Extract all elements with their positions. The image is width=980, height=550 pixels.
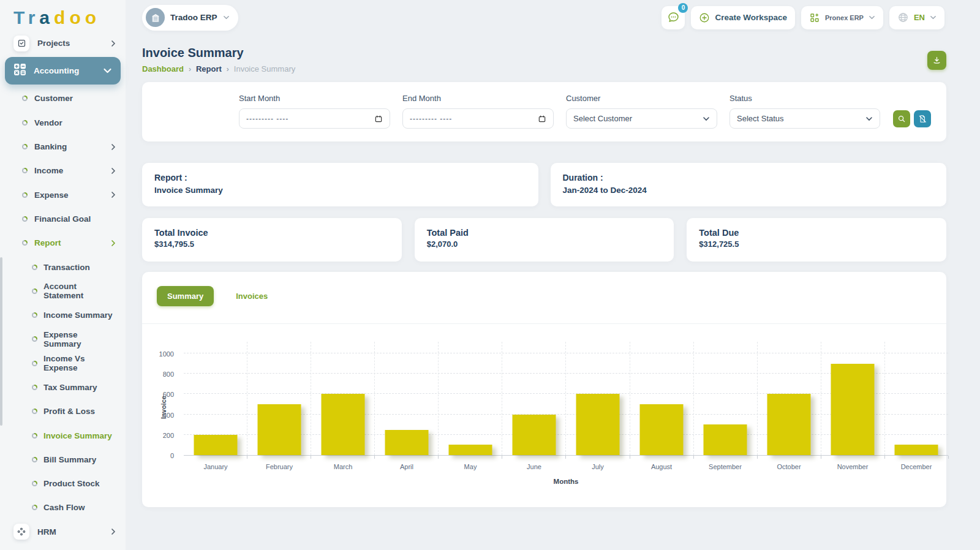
search-button[interactable]: [893, 110, 910, 127]
report-card: Report : Invoice Summary: [142, 163, 538, 206]
bullet-icon: [32, 336, 37, 342]
sidebar-item-report[interactable]: Report: [0, 231, 126, 255]
y-tick-label: 800: [163, 371, 174, 378]
building-icon: [150, 12, 161, 23]
chevron-down-icon: [103, 66, 112, 75]
language-selector[interactable]: EN: [889, 6, 944, 29]
bar-march[interactable]: [321, 394, 364, 455]
invoice-bar-chart: [184, 342, 948, 456]
workspace-label: Tradoo ERP: [170, 13, 217, 22]
calendar-icon: [374, 115, 383, 123]
sidebar-item-projects[interactable]: Projects: [0, 31, 126, 55]
chat-badge: 0: [678, 3, 688, 13]
sidebar-item-account-statement[interactable]: Account Statement: [0, 279, 126, 303]
total-due-card: Total Due $312,725.5: [687, 218, 946, 262]
sidebar-item-income-vs-expense[interactable]: Income Vs Expense: [0, 352, 126, 375]
sidebar-item-accounting[interactable]: Accounting: [5, 57, 121, 85]
bullet-icon: [32, 433, 37, 439]
status-label: Status: [729, 94, 880, 103]
bar-may[interactable]: [448, 445, 492, 455]
invoice-chart-card: Summary Invoices Invoice 020040060080010…: [142, 272, 946, 507]
sidebar-item-tax-summary[interactable]: Tax Summary: [0, 375, 126, 399]
status-field: Status Select Status: [729, 94, 880, 141]
breadcrumb-separator: ›: [227, 65, 229, 73]
sidebar-item-product-stock[interactable]: Product Stock: [0, 472, 126, 495]
customer-select[interactable]: Select Customer: [566, 108, 717, 129]
bullet-icon: [32, 505, 37, 510]
sidebar-item-income-summary[interactable]: Income Summary: [0, 303, 126, 327]
chevron-down-icon: [865, 115, 873, 122]
bar-august[interactable]: [640, 404, 684, 455]
erp-selector[interactable]: Pronex ERP: [801, 6, 883, 29]
customer-field: Customer Select Customer: [566, 94, 717, 141]
tab-summary[interactable]: Summary: [157, 286, 214, 306]
download-button[interactable]: [927, 51, 946, 70]
divider: [142, 323, 946, 324]
start-month-input[interactable]: --------- ----: [239, 108, 390, 129]
sidebar-item-expense[interactable]: Expense: [0, 183, 126, 206]
breadcrumb-report[interactable]: Report: [196, 64, 222, 73]
search-icon: [897, 115, 906, 123]
tab-invoices[interactable]: Invoices: [225, 286, 278, 306]
apps-grid-icon: [809, 12, 820, 23]
sidebar-item-income[interactable]: Income: [0, 159, 126, 183]
chart-slot-june: [502, 342, 566, 455]
sidebar-item-bill-summary[interactable]: Bill Summary: [0, 448, 126, 472]
bar-april[interactable]: [385, 430, 428, 456]
brand-letter: T: [13, 7, 28, 28]
bar-february[interactable]: [257, 404, 301, 455]
chevron-right-icon: [110, 143, 117, 151]
x-tick-label: December: [884, 463, 948, 470]
y-tick-label: 400: [163, 412, 174, 419]
bullet-icon: [22, 168, 28, 173]
create-workspace-button[interactable]: Create Workspace: [691, 6, 795, 29]
sidebar-item-invoice-summary[interactable]: Invoice Summary: [0, 423, 126, 447]
sidebar-item-hrm[interactable]: HRM: [0, 520, 126, 544]
bullet-icon: [32, 385, 37, 390]
bullet-icon: [22, 216, 28, 222]
filter-panel: Start Month --------- ---- End Month ---…: [142, 82, 946, 141]
workspace-switcher[interactable]: Tradoo ERP: [142, 5, 238, 31]
clear-filter-button[interactable]: [914, 110, 931, 127]
sidebar-scrollbar[interactable]: [0, 257, 2, 426]
x-tick-label: July: [566, 463, 630, 470]
sidebar-item-vendor[interactable]: Vendor: [0, 111, 126, 135]
bar-december[interactable]: [895, 445, 938, 455]
bullet-icon: [22, 240, 28, 246]
bullet-icon: [32, 481, 37, 486]
x-tick-label: January: [184, 463, 247, 470]
chevron-right-icon: [110, 167, 117, 175]
bar-september[interactable]: [704, 424, 747, 455]
sidebar-item-transaction[interactable]: Transaction: [0, 255, 126, 279]
bullet-icon: [22, 120, 28, 126]
sidebar-item-profit-loss[interactable]: Profit & Loss: [0, 399, 126, 423]
bar-january[interactable]: [194, 435, 237, 455]
page-header: Invoice Summary Dashboard › Report › Inv…: [142, 46, 946, 73]
calendar-icon: [538, 115, 546, 123]
sidebar-item-financial-goal[interactable]: Financial Goal: [0, 207, 126, 231]
bar-july[interactable]: [576, 394, 620, 455]
bar-november[interactable]: [831, 364, 875, 455]
bar-june[interactable]: [512, 415, 556, 455]
chart-slot-september: [694, 342, 758, 455]
status-select[interactable]: Select Status: [729, 108, 880, 129]
chart-slot-december: [885, 342, 948, 455]
chevron-right-icon: [110, 528, 117, 535]
bullet-icon: [32, 312, 37, 318]
sidebar-item-customer[interactable]: Customer: [0, 86, 126, 110]
breadcrumb-dashboard[interactable]: Dashboard: [142, 64, 184, 73]
messages-button[interactable]: 0: [662, 6, 685, 29]
workspace-avatar: [146, 8, 165, 27]
globe-icon: [897, 12, 909, 23]
chevron-down-icon: [223, 14, 230, 21]
language-code: EN: [914, 13, 925, 22]
sidebar-item-cash-flow[interactable]: Cash Flow: [0, 495, 126, 519]
end-month-input[interactable]: --------- ----: [402, 108, 554, 129]
end-month-field: End Month --------- ----: [402, 94, 554, 141]
sidebar-item-expense-summary[interactable]: Expense Summary: [0, 327, 126, 351]
start-month-label: Start Month: [239, 94, 390, 103]
bar-october[interactable]: [767, 394, 811, 455]
chart-slot-february: [247, 342, 311, 455]
sidebar-item-banking[interactable]: Banking: [0, 135, 126, 159]
breadcrumb-separator: ›: [189, 65, 191, 73]
